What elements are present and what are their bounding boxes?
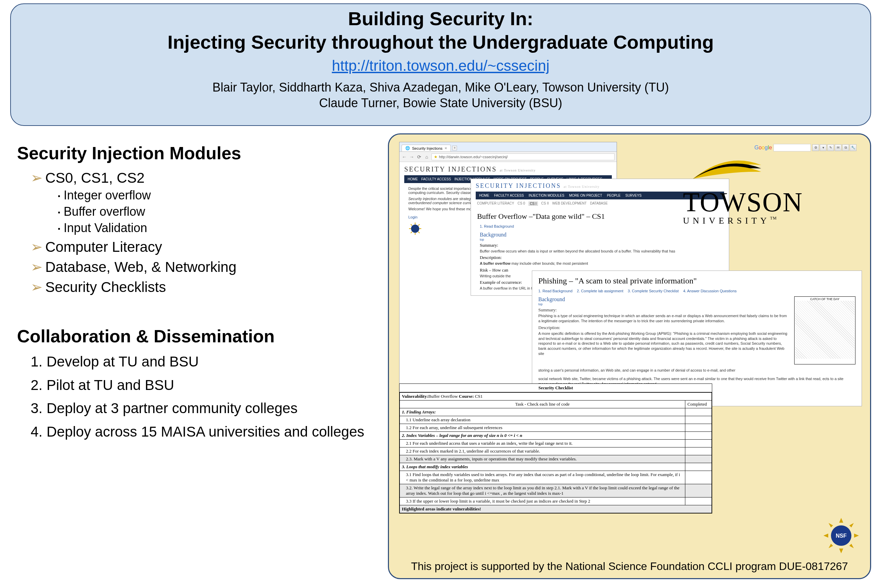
course-value: CS1 <box>475 394 483 399</box>
sec-2: 2. Index Variables – legal range for an … <box>400 432 686 440</box>
item-2-1: 2.1 For each underlined access that uses… <box>400 440 686 447</box>
sec-3: 3. Loops that modify index variables <box>400 463 686 471</box>
item-3-2: 3.2. Write the legal range of the array … <box>400 484 686 498</box>
vuln-value: Buffer Overflow <box>428 394 458 399</box>
square-icon: ▪ <box>58 192 60 200</box>
url-text: http://darwin.towson.edu/~cssecinj/secin… <box>439 155 508 159</box>
subbullet-bufoverflow-label: Buffer overflow <box>64 204 145 219</box>
browser-toolbar: ← → ⟳ ⌂ ★ http://darwin.towson.edu/~csse… <box>399 152 616 162</box>
towson-logo: TOWSON UNIVERSITYTM <box>683 148 860 226</box>
browser-tab-label: Security Injections <box>412 146 442 150</box>
authors-line-2: Claude Turner, Bowie State University (B… <box>11 96 870 110</box>
subnav-item[interactable]: COMPUTER LITERACY <box>477 201 514 206</box>
phish-summary-h: Summary: <box>538 307 789 313</box>
nav-item[interactable]: FACULTY ACCESS <box>494 194 524 197</box>
step-2: 2. Pilot at TU and BSU <box>31 376 378 395</box>
svg-marker-9 <box>839 518 843 523</box>
svg-marker-16 <box>829 544 833 548</box>
checklist-table: Vulnerability:Buffer Overflow Course: CS… <box>399 392 712 513</box>
item-2-2: 2.2 For each index marked in 2.1, underl… <box>400 447 686 455</box>
site-title: SECURITY INJECTIONS at Towson University <box>404 165 612 173</box>
project-url-link[interactable]: http://triton.towson.edu/~cssecinj <box>332 57 549 74</box>
summary-heading: Summary: <box>480 243 724 248</box>
check-cell[interactable] <box>686 498 712 506</box>
nav-item[interactable]: MORE ON PROJECT <box>569 194 602 197</box>
phish-text: Background top Summary: Phishing is a ty… <box>538 296 789 364</box>
close-icon[interactable]: ✕ <box>444 146 447 150</box>
url-bar[interactable]: ★ http://darwin.towson.edu/~cssecinj/sec… <box>432 153 615 160</box>
item-3-1: 3.1 Find loops that modify variables use… <box>400 471 686 484</box>
forward-icon[interactable]: → <box>409 154 414 160</box>
subnav-item[interactable]: DATABASE <box>590 201 608 206</box>
summary-text: Buffer overflow occurs when data is inpu… <box>480 249 720 254</box>
step-link[interactable]: 1. Read Background <box>480 224 514 228</box>
item-3-3: 3.3 If the upper or lower loop limit is … <box>400 498 686 506</box>
subnav-item[interactable]: CS 0 <box>518 201 525 206</box>
nav-item[interactable]: SURVEYS <box>626 194 642 197</box>
subnav-item[interactable]: WEB DEVELOPMENT <box>552 201 586 206</box>
check-cell[interactable] <box>686 416 712 424</box>
task-header: Task - Check each line of code <box>400 400 686 408</box>
svg-line-6 <box>418 232 420 233</box>
svg-marker-10 <box>839 549 843 553</box>
bullet-cs012: ➢CS0, CS1, CS2 <box>31 170 378 186</box>
subnav-item[interactable]: CS II <box>542 201 549 206</box>
authors-line-1: Blair Taylor, Siddharth Kaza, Shiva Azad… <box>11 80 870 94</box>
top-link[interactable]: top <box>480 238 724 241</box>
reload-icon[interactable]: ⟳ <box>417 154 422 160</box>
step-link[interactable]: 3. Complete Security Checklist <box>628 289 679 293</box>
item-1-1: 1.1 Underline each array declaration <box>400 416 686 424</box>
nsf-mini-icon <box>408 222 422 236</box>
check-cell[interactable] <box>686 440 712 447</box>
step-1: 1. Develop at TU and BSU <box>31 352 378 371</box>
chevron-icon: ➢ <box>31 279 42 295</box>
catch-label: CATCH OF THE DAY <box>795 297 854 301</box>
sec-2-label: 2. Index Variables – legal range for an … <box>402 433 522 438</box>
star-icon[interactable]: ★ <box>434 154 438 159</box>
nav-item[interactable]: HOME <box>408 177 418 181</box>
check-cell[interactable] <box>686 455 712 463</box>
nav-item[interactable]: INJECTION MODULES <box>528 194 564 197</box>
checklist-title: Security Checklist <box>399 384 712 392</box>
browser-tab[interactable]: 🌐 Security Injections ✕ <box>402 145 451 152</box>
funding-note: This project is supported by the Nationa… <box>389 560 870 573</box>
login-link[interactable]: Login <box>408 215 417 219</box>
step-link[interactable]: 4. Answer Discussion Questions <box>683 289 737 293</box>
new-tab-button[interactable]: + <box>452 146 457 150</box>
check-cell[interactable] <box>686 471 712 484</box>
desc-rest: may include other bounds; the most persi… <box>512 261 588 266</box>
check-cell[interactable] <box>686 484 712 498</box>
description-text: A buffer overflow may include other boun… <box>480 261 720 266</box>
chevron-icon: ➢ <box>31 259 42 275</box>
step-link[interactable]: 2. Complete lab assignment <box>577 289 623 293</box>
nsf-logo-icon: NSF <box>822 517 860 554</box>
browser-tabbar: 🌐 Security Injections ✕ + <box>399 142 616 152</box>
background-heading: Background <box>480 232 724 238</box>
svg-line-5 <box>411 224 412 226</box>
completed-header: Completed <box>686 400 712 408</box>
svg-marker-13 <box>829 523 833 527</box>
left-column: Security Injection Modules ➢CS0, CS1, CS… <box>17 143 378 441</box>
check-cell[interactable] <box>686 424 712 432</box>
cartoon-placeholder <box>795 301 854 358</box>
phish-summary-t: Phishing is a type of social engineering… <box>538 314 789 324</box>
back-icon[interactable]: ← <box>402 154 407 160</box>
towson-sub: UNIVERSITYTM <box>683 216 860 226</box>
svg-marker-12 <box>854 534 859 538</box>
subnav-item-active[interactable]: CS I <box>528 201 538 206</box>
phish-desc-h: Description: <box>538 325 789 330</box>
svg-marker-15 <box>849 523 854 527</box>
step-link[interactable]: 1. Read Background <box>538 289 572 293</box>
screenshots-panel: Google ⚙ ▾ ✎ ✉ ⧉ 🔧 🌐 Security Injections… <box>388 134 871 579</box>
square-icon: ▪ <box>58 225 60 232</box>
nav-item[interactable]: HOME <box>479 194 489 197</box>
check-cell[interactable] <box>686 447 712 455</box>
phish-extra-1: storing a user's personal information, a… <box>538 368 855 373</box>
bullet-complit-label: Computer Literacy <box>45 239 162 255</box>
item-2-3: 2.3. Mark with a V any assignments, inpu… <box>400 455 686 463</box>
top-link[interactable]: top <box>538 303 789 306</box>
home-icon[interactable]: ⌂ <box>424 154 429 160</box>
site-title-main: SECURITY INJECTIONS <box>404 165 497 173</box>
nav-item[interactable]: FACULTY ACCESS <box>421 177 451 181</box>
nav-item[interactable]: PEOPLE <box>607 194 621 197</box>
